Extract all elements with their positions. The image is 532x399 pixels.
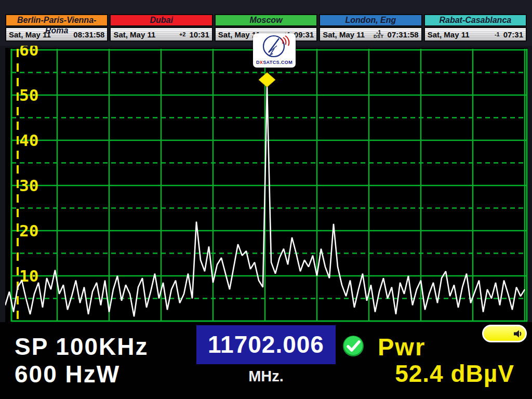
span-readout: SP 100KHz	[15, 332, 149, 361]
screen: Berlin-Paris-Vienna-Roma Sat, May 11 08:…	[0, 0, 532, 399]
clock-date: Sat, May 11	[113, 30, 155, 39]
clock-time: 07:31	[503, 30, 523, 39]
bandwidth-readout: 600 HzW	[15, 360, 120, 388]
clock-date: Sat, May 11	[428, 30, 470, 39]
dxsatcs-logo: DXSATCS.COM	[253, 33, 296, 68]
y-axis-label: 30	[19, 176, 38, 195]
lock-status	[342, 335, 364, 359]
clock-panel-rabat: Rabat-Casablanca Sat, May 11 -1 07:31	[424, 14, 527, 42]
clock-date: Sat, May 11	[323, 30, 365, 39]
clock-time-row: Sat, May 11 +2 10:31	[110, 27, 212, 42]
clock-city-name: Berlin-Paris-Vienna-Roma	[5, 14, 108, 26]
clock-utc-offset: +2	[179, 32, 186, 36]
volume-toggle[interactable]	[482, 325, 527, 342]
y-axis-label: 40	[19, 131, 38, 150]
clock-city-name: London, Eng	[319, 14, 422, 26]
power-label: Pwr	[378, 332, 425, 361]
clock-offset-value: +2	[179, 32, 186, 36]
speaker-icon	[513, 329, 523, 339]
logo-text-rest: SATCS.COM	[263, 60, 292, 65]
clock-city-name: Dubai	[110, 14, 212, 26]
y-axis-label: 50	[19, 86, 38, 104]
clock-offset-value: -1	[495, 32, 500, 36]
clock-panel-london: London, Eng Sat, May 11 -1 DST 07:31:58	[319, 14, 422, 42]
clock-city-name: Rabat-Casablanca	[424, 14, 527, 26]
frequency-display[interactable]: 11702.006	[196, 325, 336, 364]
satellite-dish-icon	[255, 34, 294, 58]
clock-panel-dubai: Dubai Sat, May 11 +2 10:31	[110, 14, 212, 42]
y-axis-label: 60	[19, 46, 38, 59]
clock-utc-offset: -1 DST	[374, 30, 384, 38]
spectrum-display: 605040302010	[0, 46, 532, 322]
clock-time-row: Sat, May 11 -1 DST 07:31:58	[319, 27, 422, 42]
clock-time: 09:31	[294, 30, 314, 39]
clock-offset-label: DST	[374, 34, 384, 38]
logo-text: DXSATCS.COM	[253, 60, 296, 65]
clock-panel-berlin: Berlin-Paris-Vienna-Roma Sat, May 11 08:…	[5, 14, 108, 42]
check-circle-icon	[342, 335, 364, 357]
control-bar: SP 100KHz 600 HzW 11702.006 MHz. Pwr 52.…	[0, 322, 532, 399]
logo-text-d: D	[256, 60, 260, 65]
spectrum-plot: 605040302010	[5, 46, 528, 322]
clock-date: Sat, May 11	[9, 30, 51, 39]
clock-utc-offset: -1	[495, 32, 500, 36]
y-axis-label: 20	[19, 221, 38, 240]
power-value: 52.4 dBµV	[275, 360, 514, 388]
clock-city-name: Moscow	[215, 14, 317, 26]
clock-time: 10:31	[189, 30, 209, 39]
clock-time: 08:31:58	[73, 30, 104, 39]
clock-time: 07:31:58	[388, 30, 419, 39]
clock-time-row: Sat, May 11 -1 07:31	[424, 27, 527, 42]
